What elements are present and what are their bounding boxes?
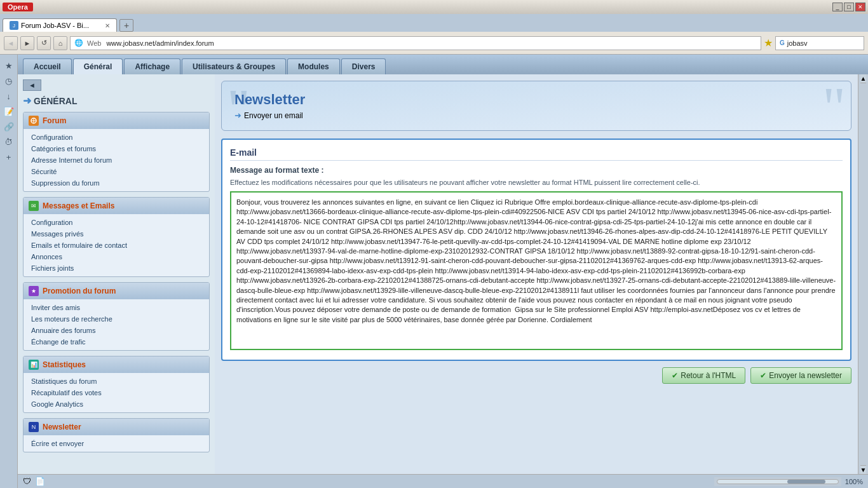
promotion-invite[interactable]: Inviter des amis	[24, 302, 209, 313]
email-section-title: E-mail	[230, 147, 843, 161]
home-button[interactable]: ⌂	[53, 36, 67, 50]
button-row: ✔ Retour à l'HTML ✔ Envoyer la newslette…	[221, 367, 851, 384]
arrow-icon: ➜	[23, 95, 31, 107]
links-icon[interactable]: 🔗	[2, 119, 16, 133]
scroll-down-button[interactable]: ▼	[860, 465, 867, 474]
promotion-section-header[interactable]: ★ Promotion du forum	[24, 283, 209, 299]
statistiques-section-header[interactable]: 📊 Statistiques	[24, 356, 209, 373]
tab-affichage[interactable]: Affichage	[124, 58, 180, 74]
back-button[interactable]: ◄	[4, 36, 18, 50]
newsletter-subtitle-text: Envoyer un email	[244, 111, 303, 120]
messages-emails[interactable]: Emails et formulaire de contact	[24, 240, 209, 251]
minimize-button[interactable]: _	[832, 3, 843, 11]
subtitle-arrow-icon: ➜	[234, 111, 241, 120]
statistiques-section-title: Statistiques	[43, 360, 86, 369]
tab-bar: J Forum Job-ASV - Bi... ✕ +	[0, 14, 868, 32]
notes-icon[interactable]: 📝	[2, 104, 16, 118]
address-field[interactable]: 🌐 Web www.jobasv.net/admin/index.forum	[70, 36, 761, 50]
browser-tab[interactable]: J Forum Job-ASV - Bi... ✕	[3, 18, 117, 32]
forum-deletion[interactable]: Suppression du forum	[24, 177, 209, 189]
lock-icon: 🌐	[74, 39, 83, 47]
status-left: 🛡 📄	[23, 477, 45, 486]
newsletter-send[interactable]: Écrire et envoyer	[24, 438, 209, 449]
opera-logo: Opera	[3, 3, 33, 11]
scroll-up-button[interactable]: ▲	[860, 74, 867, 83]
admin-nav-tabs: Accueil Général Affichage Utilisateurs &…	[18, 55, 868, 74]
horizontal-scroll-track[interactable]	[717, 479, 839, 484]
general-header-text: GÉNÉRAL	[34, 96, 77, 106]
history-icon[interactable]: ◷	[2, 74, 16, 88]
search-field[interactable]: G jobasv	[775, 36, 864, 50]
tab-modules[interactable]: Modules	[287, 58, 340, 74]
maximize-button[interactable]: □	[844, 3, 854, 11]
clock-icon[interactable]: ⏱	[2, 135, 16, 149]
newsletter-header-box: " Newsletter ➜ Envoyer un email "	[221, 81, 851, 131]
scroll-bottom[interactable]	[714, 477, 841, 486]
status-bar: 🛡 📄 100%	[18, 474, 868, 488]
bookmarks-icon[interactable]: ★	[2, 58, 16, 72]
promotion-section-items: Inviter des amis Les moteurs de recherch…	[24, 299, 209, 350]
tab-divers[interactable]: Divers	[341, 58, 386, 74]
left-panel: ◄ ➜ GÉNÉRAL Forum	[18, 74, 215, 474]
close-button[interactable]: ✕	[855, 3, 865, 11]
newsletter-icon: N	[29, 422, 39, 432]
messages-annonces[interactable]: Annonces	[24, 251, 209, 262]
forum-configuration[interactable]: Configuration	[24, 132, 209, 143]
envoyer-newsletter-button[interactable]: ✔ Envoyer la newsletter	[750, 367, 851, 384]
horizontal-scroll-thumb[interactable]	[787, 480, 825, 484]
promotion-search[interactable]: Les moteurs de recherche	[24, 313, 209, 325]
reload-button[interactable]: ↺	[37, 36, 51, 50]
shield-icon: 🛡	[23, 477, 31, 486]
tab-general[interactable]: Général	[73, 58, 123, 74]
content-area: ◄ ➜ GÉNÉRAL Forum	[18, 74, 868, 474]
address-bar: ◄ ► ↺ ⌂ 🌐 Web www.jobasv.net/admin/index…	[0, 32, 868, 55]
right-scrollbar[interactable]: ▲ ▼	[858, 74, 868, 474]
messages-section-header[interactable]: ✉ Messages et Emails	[24, 198, 209, 214]
email-textarea[interactable]: Bonjour, vous trouverez les annonces sui…	[230, 191, 843, 350]
url-text: www.jobasv.net/admin/index.forum	[106, 39, 214, 47]
stat-analytics[interactable]: Google Analytics	[24, 398, 209, 410]
envoyer-label: Envoyer la newsletter	[769, 371, 842, 380]
web-label: Web	[87, 39, 101, 47]
stat-forum[interactable]: Statistiques du forum	[24, 376, 209, 387]
newsletter-section-header[interactable]: N Newsletter	[24, 419, 209, 435]
newsletter-section-items: Écrire et envoyer	[24, 435, 209, 452]
main-content: Accueil Général Affichage Utilisateurs &…	[18, 55, 868, 488]
statistiques-section: 📊 Statistiques Statistiques du forum Réc…	[23, 356, 210, 413]
forum-section-items: Configuration Catégories et forums Adres…	[24, 129, 209, 191]
panel-toggle-button[interactable]: ◄	[23, 79, 41, 91]
email-section: E-mail Message au format texte : Effectu…	[221, 139, 851, 361]
tab-accueil[interactable]: Accueil	[23, 58, 72, 74]
search-value: jobasv	[787, 39, 808, 47]
messages-fichiers[interactable]: Fichiers joints	[24, 262, 209, 274]
messages-section-items: Configuration Messages privés Emails et …	[24, 214, 209, 276]
email-label: Message au format texte :	[230, 166, 843, 175]
bookmark-button[interactable]: ★	[764, 37, 773, 49]
check-icon: ✔	[672, 371, 678, 380]
window-controls[interactable]: _ □ ✕	[832, 3, 865, 11]
forum-address[interactable]: Adresse Internet du forum	[24, 154, 209, 166]
tab-close-button[interactable]: ✕	[105, 22, 110, 29]
promotion-trafic[interactable]: Échange de trafic	[24, 336, 209, 348]
forward-button[interactable]: ►	[20, 36, 34, 50]
newsletter-subtitle: ➜ Envoyer un email	[234, 111, 838, 120]
retour-html-button[interactable]: ✔ Retour à l'HTML	[662, 367, 745, 384]
downloads-icon[interactable]: ↓	[2, 89, 16, 103]
statistiques-icon: 📊	[29, 360, 39, 370]
forum-section-title: Forum	[43, 116, 66, 125]
tab-utilisateurs[interactable]: Utilisateurs & Groupes	[182, 58, 286, 74]
forum-categories[interactable]: Catégories et forums	[24, 143, 209, 154]
title-bar: Opera _ □ ✕	[0, 0, 868, 14]
add-icon[interactable]: +	[2, 150, 16, 164]
tab-label: Forum Job-ASV - Bi...	[21, 22, 89, 29]
messages-configuration[interactable]: Configuration	[24, 217, 209, 228]
forum-security[interactable]: Sécurité	[24, 166, 209, 177]
forum-section-header[interactable]: Forum	[24, 112, 209, 129]
email-desc: Effectuez les modifications nécessaires …	[230, 179, 843, 186]
stat-votes[interactable]: Récapitulatif des votes	[24, 387, 209, 398]
statistiques-section-items: Statistiques du forum Récapitulatif des …	[24, 373, 209, 412]
new-tab-button[interactable]: +	[119, 19, 133, 32]
send-icon: ✔	[760, 371, 766, 380]
promotion-annuaire[interactable]: Annuaire des forums	[24, 325, 209, 336]
messages-prives[interactable]: Messages privés	[24, 228, 209, 240]
